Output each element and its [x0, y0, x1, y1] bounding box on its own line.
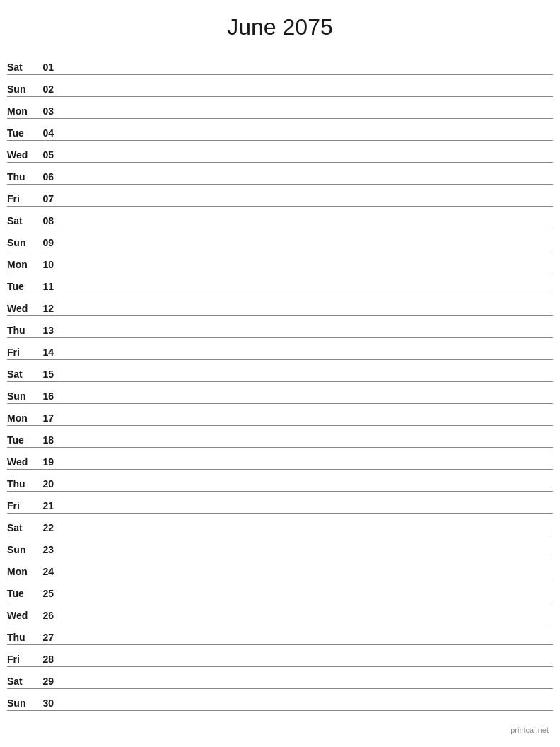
table-row: Mon03	[7, 97, 553, 119]
table-row: Thu20	[7, 470, 553, 492]
day-name: Mon	[7, 566, 34, 577]
page-title: June 2075	[7, 14, 553, 40]
day-name: Sat	[7, 62, 34, 73]
table-row: Sat29	[7, 667, 553, 689]
day-line	[59, 313, 553, 314]
day-line	[59, 445, 553, 446]
table-row: Sat22	[7, 514, 553, 535]
table-row: Sat15	[7, 360, 553, 382]
day-line	[59, 555, 553, 555]
day-line	[59, 686, 553, 687]
day-line	[59, 94, 553, 95]
table-row: Sat08	[7, 207, 553, 228]
day-line	[59, 511, 553, 511]
day-number: 03	[34, 105, 54, 117]
day-line	[59, 335, 553, 336]
day-number: 21	[34, 500, 54, 511]
day-number: 20	[34, 478, 54, 490]
table-row: Wed12	[7, 294, 553, 316]
day-line	[59, 182, 553, 183]
day-name: Fri	[7, 500, 34, 511]
footer-credit: printcal.net	[511, 726, 549, 734]
day-name: Wed	[7, 303, 34, 314]
day-name: Thu	[7, 478, 34, 490]
day-line	[59, 664, 553, 665]
day-line	[59, 226, 553, 226]
day-name: Thu	[7, 325, 34, 336]
day-name: Sun	[7, 390, 34, 402]
day-name: Sat	[7, 522, 34, 533]
day-number: 15	[34, 369, 54, 380]
day-number: 01	[34, 62, 54, 73]
page: June 2075 Sat01Sun02Mon03Tue04Wed05Thu06…	[0, 0, 560, 747]
day-name: Sun	[7, 83, 34, 95]
day-number: 24	[34, 566, 54, 577]
table-row: Mon10	[7, 250, 553, 272]
table-row: Fri07	[7, 185, 553, 207]
day-name: Fri	[7, 347, 34, 358]
day-name: Mon	[7, 259, 34, 270]
day-line	[59, 204, 553, 204]
day-line	[59, 423, 553, 424]
day-number: 09	[34, 237, 54, 248]
table-row: Thu13	[7, 316, 553, 338]
day-name: Mon	[7, 412, 34, 424]
day-number: 07	[34, 193, 54, 204]
day-line	[59, 642, 553, 643]
day-number: 30	[34, 697, 54, 709]
day-number: 12	[34, 303, 54, 314]
table-row: Sun30	[7, 689, 553, 711]
day-number: 04	[34, 127, 54, 139]
table-row: Tue25	[7, 579, 553, 601]
day-name: Sun	[7, 697, 34, 709]
day-line	[59, 116, 553, 117]
calendar-grid: Sat01Sun02Mon03Tue04Wed05Thu06Fri07Sat08…	[7, 53, 553, 711]
table-row: Mon17	[7, 404, 553, 426]
table-row: Tue18	[7, 426, 553, 448]
day-name: Wed	[7, 149, 34, 161]
day-name: Sat	[7, 676, 34, 687]
day-number: 13	[34, 325, 54, 336]
day-number: 17	[34, 412, 54, 424]
day-name: Sat	[7, 215, 34, 226]
day-number: 14	[34, 347, 54, 358]
day-name: Fri	[7, 654, 34, 665]
table-row: Fri14	[7, 338, 553, 360]
day-name: Tue	[7, 127, 34, 139]
day-number: 10	[34, 259, 54, 270]
day-number: 06	[34, 171, 54, 183]
day-line	[59, 708, 553, 709]
day-line	[59, 620, 553, 621]
day-name: Sun	[7, 544, 34, 555]
day-number: 11	[34, 281, 54, 292]
table-row: Tue11	[7, 272, 553, 294]
day-name: Wed	[7, 610, 34, 621]
table-row: Wed26	[7, 601, 553, 623]
day-line	[59, 401, 553, 402]
day-line	[59, 160, 553, 161]
table-row: Sun02	[7, 75, 553, 97]
day-number: 16	[34, 390, 54, 402]
table-row: Wed05	[7, 141, 553, 163]
day-line	[59, 270, 553, 270]
day-name: Fri	[7, 193, 34, 204]
table-row: Thu06	[7, 163, 553, 185]
day-line	[59, 467, 553, 468]
day-line	[59, 72, 553, 73]
day-name: Thu	[7, 171, 34, 183]
day-name: Wed	[7, 456, 34, 468]
table-row: Sun16	[7, 382, 553, 404]
day-name: Sun	[7, 237, 34, 248]
table-row: Mon24	[7, 557, 553, 579]
day-number: 22	[34, 522, 54, 533]
table-row: Sun09	[7, 228, 553, 250]
table-row: Thu27	[7, 623, 553, 645]
day-number: 26	[34, 610, 54, 621]
day-name: Sat	[7, 369, 34, 380]
table-row: Sun23	[7, 535, 553, 557]
table-row: Wed19	[7, 448, 553, 470]
day-name: Tue	[7, 281, 34, 292]
day-number: 23	[34, 544, 54, 555]
day-line	[59, 533, 553, 533]
day-line	[59, 357, 553, 358]
